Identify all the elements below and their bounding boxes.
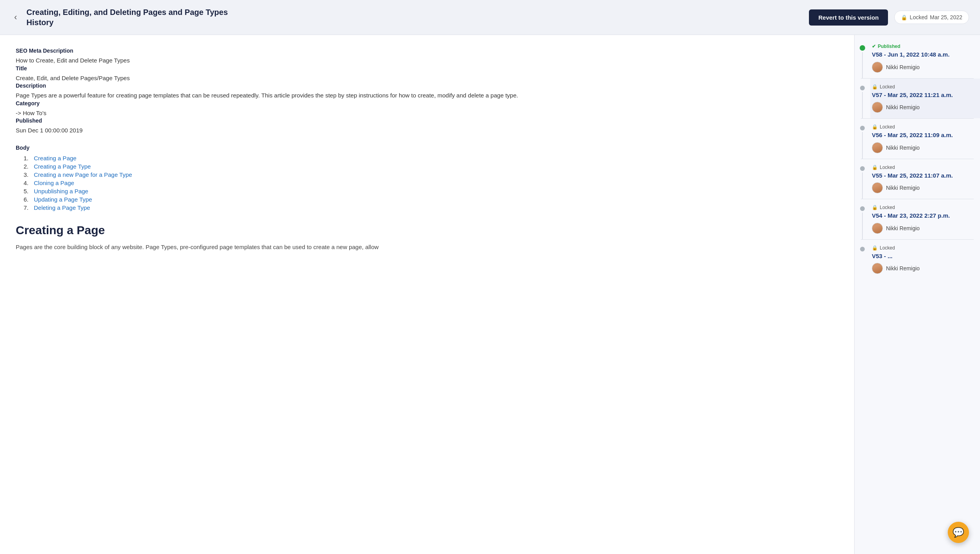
main-layout: SEO Meta Description How to Create, Edit… bbox=[0, 35, 980, 554]
list-item: 6.Updating a Page Type bbox=[24, 196, 838, 203]
version-item[interactable]: 🔒 LockedV56 - Mar 25, 2022 11:09 a.m.Nik… bbox=[855, 119, 980, 159]
avatar bbox=[872, 142, 883, 153]
body-list-link[interactable]: Updating a Page Type bbox=[34, 196, 92, 203]
version-content: 🔒 LockedV54 - Mar 23, 2022 2:27 p.m.Nikk… bbox=[870, 199, 980, 239]
chat-icon: 💬 bbox=[952, 527, 964, 538]
description-field: Description Page Types are a powerful fe… bbox=[16, 83, 838, 100]
author-name: Nikki Remigio bbox=[886, 185, 920, 191]
body-list-link[interactable]: Unpublishing a Page bbox=[34, 188, 88, 194]
body-section: Body 1.Creating a Page2.Creating a Page … bbox=[16, 145, 838, 211]
body-list-link[interactable]: Creating a Page Type bbox=[34, 163, 91, 170]
creating-page-heading: Creating a Page bbox=[16, 224, 838, 237]
version-status: 🔒 Locked bbox=[872, 84, 974, 90]
version-dot bbox=[860, 206, 865, 211]
published-label: Published bbox=[16, 117, 838, 124]
lock-icon: 🔒 bbox=[872, 245, 878, 251]
version-indicator bbox=[855, 38, 870, 78]
author-name: Nikki Remigio bbox=[886, 145, 920, 151]
list-num: 1. bbox=[24, 155, 31, 161]
content-area: SEO Meta Description How to Create, Edit… bbox=[0, 35, 854, 554]
list-num: 5. bbox=[24, 188, 31, 194]
list-item: 1.Creating a Page bbox=[24, 155, 838, 161]
list-num: 7. bbox=[24, 204, 31, 211]
author-name: Nikki Remigio bbox=[886, 104, 920, 110]
version-dot bbox=[860, 247, 865, 251]
list-num: 4. bbox=[24, 180, 31, 186]
version-content: ✔ PublishedV58 - Jun 1, 2022 10:48 a.m.N… bbox=[870, 38, 980, 78]
published-field: Published Sun Dec 1 00:00:00 2019 bbox=[16, 117, 838, 135]
version-item[interactable]: 🔒 LockedV57 - Mar 25, 2022 11:21 a.m.Nik… bbox=[855, 79, 980, 119]
version-status: 🔒 Locked bbox=[872, 205, 974, 210]
version-status: ✔ Published bbox=[872, 44, 974, 49]
seo-label: SEO Meta Description bbox=[16, 48, 838, 54]
description-label: Description bbox=[16, 83, 838, 89]
list-item: 4.Cloning a Page bbox=[24, 180, 838, 186]
back-button[interactable]: ‹ bbox=[11, 11, 20, 24]
author-name: Nikki Remigio bbox=[886, 265, 920, 271]
body-list-link[interactable]: Cloning a Page bbox=[34, 180, 74, 186]
version-item[interactable]: 🔒 LockedV54 - Mar 23, 2022 2:27 p.m.Nikk… bbox=[855, 199, 980, 239]
version-author: Nikki Remigio bbox=[872, 102, 974, 113]
chat-fab-button[interactable]: 💬 bbox=[948, 522, 969, 543]
version-dot bbox=[860, 126, 865, 130]
list-item: 3.Creating a new Page for a Page Type bbox=[24, 171, 838, 178]
body-list-link[interactable]: Deleting a Page Type bbox=[34, 204, 90, 211]
lock-icon: 🔒 bbox=[872, 205, 878, 210]
locked-badge: 🔒 Locked Mar 25, 2022 bbox=[894, 11, 969, 24]
creating-page-body: Pages are the core building block of any… bbox=[16, 242, 838, 252]
version-line bbox=[862, 132, 863, 159]
list-num: 2. bbox=[24, 163, 31, 170]
list-item: 2.Creating a Page Type bbox=[24, 163, 838, 170]
version-indicator bbox=[855, 159, 870, 199]
body-label: Body bbox=[16, 145, 838, 151]
version-author: Nikki Remigio bbox=[872, 182, 974, 193]
version-indicator bbox=[855, 119, 870, 159]
lock-icon: 🔒 bbox=[872, 124, 878, 130]
avatar bbox=[872, 182, 883, 193]
version-title: V55 - Mar 25, 2022 11:07 a.m. bbox=[872, 172, 974, 180]
body-list-link[interactable]: Creating a new Page for a Page Type bbox=[34, 171, 132, 178]
lock-icon: 🔒 bbox=[872, 84, 878, 90]
page-header: ‹ Creating, Editing, and Deleting Pages … bbox=[0, 0, 980, 35]
version-content: 🔒 LockedV57 - Mar 25, 2022 11:21 a.m.Nik… bbox=[870, 79, 980, 119]
version-title: V58 - Jun 1, 2022 10:48 a.m. bbox=[872, 51, 974, 59]
revert-button[interactable]: Revert to this version bbox=[809, 9, 888, 26]
description-value: Page Types are a powerful feature for cr… bbox=[16, 91, 838, 100]
title-label: Title bbox=[16, 65, 838, 72]
version-item[interactable]: ✔ PublishedV58 - Jun 1, 2022 10:48 a.m.N… bbox=[855, 38, 980, 78]
list-item: 5.Unpublishing a Page bbox=[24, 188, 838, 194]
version-author: Nikki Remigio bbox=[872, 142, 974, 153]
version-item[interactable]: 🔒 LockedV55 - Mar 25, 2022 11:07 a.m.Nik… bbox=[855, 159, 980, 199]
page-heading-section: Creating a Page Pages are the core build… bbox=[16, 224, 838, 252]
version-dot bbox=[860, 86, 865, 90]
list-num: 6. bbox=[24, 196, 31, 203]
body-list-link[interactable]: Creating a Page bbox=[34, 155, 76, 161]
version-indicator bbox=[855, 79, 870, 119]
version-content: 🔒 LockedV55 - Mar 25, 2022 11:07 a.m.Nik… bbox=[870, 159, 980, 199]
version-author: Nikki Remigio bbox=[872, 263, 974, 274]
version-dot bbox=[860, 45, 865, 51]
version-item[interactable]: 🔒 LockedV53 - ...Nikki Remigio bbox=[855, 240, 980, 280]
avatar bbox=[872, 62, 883, 73]
title-value: Create, Edit, and Delete Pages/Page Type… bbox=[16, 74, 838, 83]
version-sidebar: ✔ PublishedV58 - Jun 1, 2022 10:48 a.m.N… bbox=[854, 35, 980, 554]
author-name: Nikki Remigio bbox=[886, 64, 920, 70]
version-content: 🔒 LockedV56 - Mar 25, 2022 11:09 a.m.Nik… bbox=[870, 119, 980, 159]
avatar bbox=[872, 223, 883, 234]
version-status: 🔒 Locked bbox=[872, 124, 974, 130]
version-author: Nikki Remigio bbox=[872, 62, 974, 73]
version-title: V54 - Mar 23, 2022 2:27 p.m. bbox=[872, 212, 974, 220]
published-value: Sun Dec 1 00:00:00 2019 bbox=[16, 126, 838, 135]
version-status: 🔒 Locked bbox=[872, 165, 974, 170]
title-field: Title Create, Edit, and Delete Pages/Pag… bbox=[16, 65, 838, 83]
version-title: V56 - Mar 25, 2022 11:09 a.m. bbox=[872, 131, 974, 139]
list-item: 7.Deleting a Page Type bbox=[24, 204, 838, 211]
version-status: 🔒 Locked bbox=[872, 245, 974, 251]
author-name: Nikki Remigio bbox=[886, 225, 920, 231]
page-title: Creating, Editing, and Deleting Pages an… bbox=[26, 7, 803, 28]
version-dot bbox=[860, 166, 865, 171]
check-icon: ✔ bbox=[872, 44, 876, 49]
version-line bbox=[862, 52, 863, 78]
body-list: 1.Creating a Page2.Creating a Page Type3… bbox=[24, 155, 838, 211]
version-line bbox=[862, 92, 863, 119]
